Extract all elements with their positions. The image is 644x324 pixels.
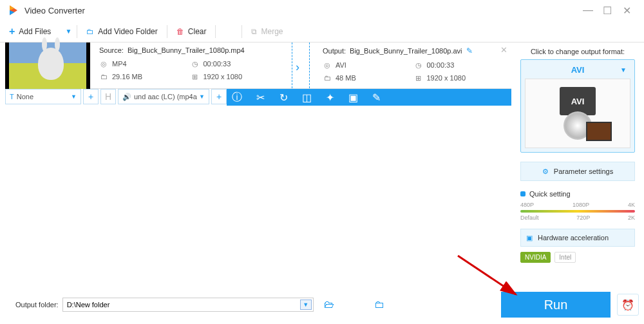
subtitle-select[interactable]: T None ▼: [5, 89, 81, 104]
format-icon: ◎: [99, 59, 108, 68]
parameter-settings-button[interactable]: ⚙ Parameter settings: [520, 162, 635, 181]
add-video-folder-button[interactable]: 🗀 Add Video Folder: [77, 21, 167, 42]
clock-icon: ◷: [414, 61, 423, 70]
run-button[interactable]: Run: [501, 292, 611, 318]
file-row: Source: Big_Buck_Bunny_Trailer_1080p.mp4…: [5, 43, 511, 89]
subtitle-icon: T: [10, 93, 14, 100]
hardware-acceleration-button[interactable]: ▣ Hardware acceleration: [520, 229, 635, 247]
output-duration: 00:00:33: [427, 61, 455, 69]
quality-slider[interactable]: 480P 1080P 4K Default 720P 2K: [520, 202, 635, 222]
watermark-tool[interactable]: ▣: [346, 91, 359, 104]
h-button[interactable]: H: [100, 89, 116, 104]
audio-track-select[interactable]: 🔊 und aac (LC) (mp4a ▼: [118, 89, 209, 104]
format-icon: ◎: [323, 61, 332, 70]
plus-icon: +: [9, 26, 15, 37]
add-subtitle-button[interactable]: +: [83, 89, 99, 104]
minimize-button[interactable]: —: [578, 3, 598, 18]
folder-dropdown-button[interactable]: ▼: [300, 300, 312, 310]
effects-tool[interactable]: ✦: [323, 91, 336, 104]
bullet-icon: [520, 191, 526, 196]
size-icon: 🗀: [99, 72, 108, 81]
output-resolution: 1920 x 1080: [427, 74, 466, 82]
rotate-tool[interactable]: ↻: [277, 91, 290, 104]
app-title: Video Converter: [24, 6, 578, 15]
source-duration: 00:00:33: [204, 60, 231, 68]
close-button[interactable]: ✕: [617, 3, 636, 18]
arrow-right-icon: ›: [296, 61, 299, 74]
folder-icon: 🗀: [86, 27, 94, 36]
app-logo: [8, 5, 19, 16]
output-format-title: Click to change output format:: [520, 48, 635, 55]
source-label: Source:: [99, 46, 124, 54]
schedule-button[interactable]: ⏰: [617, 294, 639, 316]
intel-badge: Intel: [554, 252, 576, 263]
edit-output-name-button[interactable]: ✎: [466, 46, 473, 55]
sliders-icon: ⚙: [542, 167, 549, 176]
selected-format: AVI: [571, 65, 585, 75]
chevron-down-icon: ▼: [199, 93, 205, 100]
nvidia-badge: NVIDIA: [520, 252, 551, 263]
chip-icon: ▣: [526, 234, 533, 242]
trash-icon: 🗑: [176, 27, 184, 36]
info-tool[interactable]: ⓘ: [231, 91, 243, 104]
add-audio-button[interactable]: +: [211, 89, 227, 104]
output-format: AVI: [336, 61, 346, 69]
quick-setting-label: Quick setting: [529, 190, 571, 198]
open-output-button[interactable]: 🗀: [370, 298, 388, 312]
subtitle-tool[interactable]: ✎: [370, 91, 383, 104]
trim-tool[interactable]: ✂: [254, 91, 267, 104]
resolution-icon: ⊞: [191, 72, 200, 81]
source-format: MP4: [112, 60, 127, 68]
output-filename: Big_Buck_Bunny_Trailer_1080p.avi: [350, 47, 462, 55]
output-folder-input[interactable]: D:\New folder ▼: [62, 298, 314, 312]
source-resolution: 1920 x 1080: [204, 73, 243, 81]
remove-file-button[interactable]: ✕: [500, 45, 507, 55]
add-files-dropdown[interactable]: ▼: [60, 28, 77, 35]
output-format-selector[interactable]: AVI ▼ AVI: [520, 59, 635, 153]
chevron-down-icon: ▼: [620, 66, 627, 73]
speaker-icon: 🔊: [122, 93, 131, 101]
output-label: Output:: [323, 47, 346, 55]
merge-button[interactable]: ⧉ Merge: [242, 21, 292, 42]
video-thumbnail[interactable]: [5, 43, 90, 89]
browse-folder-button[interactable]: 🗁: [320, 298, 338, 312]
size-icon: 🗀: [323, 73, 332, 82]
source-size: 29.16 MB: [112, 73, 142, 81]
output-folder-label: Output folder:: [15, 301, 59, 309]
format-preview: AVI: [525, 79, 630, 148]
crop-tool[interactable]: ◫: [300, 91, 313, 104]
chevron-down-icon: ▼: [71, 93, 77, 100]
maximize-button[interactable]: ☐: [598, 3, 617, 18]
clock-icon: ◷: [191, 59, 200, 68]
add-files-button[interactable]: + Add Files: [0, 21, 60, 42]
source-filename: Big_Buck_Bunny_Trailer_1080p.mp4: [128, 46, 245, 54]
clear-button[interactable]: 🗑 Clear: [167, 21, 216, 42]
output-size: 48 MB: [336, 74, 356, 82]
merge-icon: ⧉: [251, 27, 257, 36]
resolution-icon: ⊞: [414, 73, 423, 82]
